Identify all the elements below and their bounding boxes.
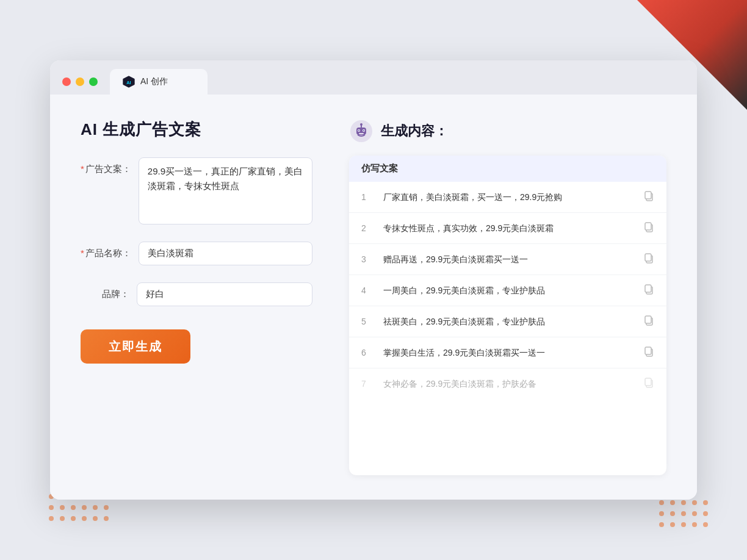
- result-title: 生成内容：: [381, 122, 448, 140]
- generate-button[interactable]: 立即生成: [81, 329, 190, 364]
- row-number: 2: [361, 223, 374, 233]
- table-row: 1厂家直销，美白淡斑霜，买一送一，29.9元抢购: [349, 182, 666, 213]
- brand-input[interactable]: [137, 282, 312, 306]
- result-header: 生成内容：: [349, 119, 666, 143]
- browser-chrome: AI AI 创作: [50, 60, 697, 95]
- svg-rect-16: [645, 254, 651, 261]
- ad-copy-required: *: [81, 163, 84, 174]
- right-panel: 生成内容： 仿写文案 1厂家直销，美白淡斑霜，买一送一，29.9元抢购2专抹女性…: [349, 119, 666, 475]
- copy-icon[interactable]: [643, 221, 654, 235]
- browser-window: AI AI 创作 AI 生成广告文案 *广告文案： 29.9买一送一，真正的厂家…: [50, 60, 697, 500]
- row-text: 一周美白，29.9元美白淡斑霜，专业护肤品: [383, 284, 633, 297]
- svg-point-9: [363, 130, 364, 131]
- svg-rect-20: [645, 316, 651, 323]
- table-row: 5祛斑美白，29.9元美白淡斑霜，专业护肤品: [349, 306, 666, 337]
- tab-title-text: AI 创作: [140, 76, 168, 87]
- svg-rect-22: [645, 347, 651, 354]
- svg-point-5: [360, 123, 363, 126]
- table-header: 仿写文案: [349, 156, 666, 182]
- svg-rect-12: [645, 192, 651, 199]
- svg-rect-24: [645, 378, 651, 386]
- brand-row: 品牌：: [81, 282, 312, 306]
- ad-copy-label: *广告文案：: [81, 157, 131, 175]
- ai-tab-icon: AI: [122, 75, 135, 88]
- svg-rect-10: [359, 133, 364, 134]
- brand-label: 品牌：: [81, 282, 129, 300]
- table-row: 3赠品再送，29.9元美白淡斑霜买一送一: [349, 244, 666, 275]
- svg-text:AI: AI: [126, 80, 131, 85]
- svg-rect-18: [645, 285, 651, 292]
- product-required: *: [81, 248, 84, 258]
- window-controls: [62, 77, 98, 86]
- product-name-input[interactable]: [139, 242, 312, 265]
- svg-rect-14: [645, 223, 651, 230]
- row-text: 掌握美白生活，29.9元美白淡斑霜买一送一: [383, 346, 633, 359]
- ad-copy-input[interactable]: 29.9买一送一，真正的厂家直销，美白淡斑霜，专抹女性斑点: [139, 157, 312, 224]
- table-row: 2专抹女性斑点，真实功效，29.9元美白淡斑霜: [349, 213, 666, 244]
- row-number: 5: [361, 317, 374, 326]
- row-number: 4: [361, 285, 374, 295]
- svg-point-8: [358, 130, 359, 131]
- page-title: AI 生成广告文案: [81, 119, 312, 140]
- copy-icon[interactable]: [643, 190, 654, 204]
- left-panel: AI 生成广告文案 *广告文案： 29.9买一送一，真正的厂家直销，美白淡斑霜，…: [81, 119, 312, 475]
- robot-icon: [349, 119, 374, 143]
- result-table: 仿写文案 1厂家直销，美白淡斑霜，买一送一，29.9元抢购2专抹女性斑点，真实功…: [349, 156, 666, 475]
- copy-icon[interactable]: [643, 377, 654, 390]
- browser-tab[interactable]: AI AI 创作: [110, 69, 208, 95]
- ad-copy-row: *广告文案： 29.9买一送一，真正的厂家直销，美白淡斑霜，专抹女性斑点: [81, 157, 312, 224]
- row-number: 1: [361, 192, 374, 202]
- copy-icon[interactable]: [643, 284, 654, 297]
- copy-icon[interactable]: [643, 253, 654, 266]
- row-number: 3: [361, 254, 374, 264]
- row-number: 6: [361, 348, 374, 357]
- maximize-button[interactable]: [89, 77, 98, 86]
- row-text: 赠品再送，29.9元美白淡斑霜买一送一: [383, 253, 633, 266]
- product-name-label: *产品名称：: [81, 242, 131, 259]
- table-row: 7女神必备，29.9元美白淡斑霜，护肤必备: [349, 368, 666, 399]
- row-text: 女神必备，29.9元美白淡斑霜，护肤必备: [383, 378, 633, 390]
- result-rows-container: 1厂家直销，美白淡斑霜，买一送一，29.9元抢购2专抹女性斑点，真实功效，29.…: [349, 182, 666, 399]
- table-row: 4一周美白，29.9元美白淡斑霜，专业护肤品: [349, 275, 666, 306]
- row-text: 专抹女性斑点，真实功效，29.9元美白淡斑霜: [383, 222, 633, 235]
- copy-icon[interactable]: [643, 346, 654, 359]
- row-text: 厂家直销，美白淡斑霜，买一送一，29.9元抢购: [383, 191, 633, 204]
- close-button[interactable]: [62, 77, 71, 86]
- copy-icon[interactable]: [643, 315, 654, 328]
- table-row: 6掌握美白生活，29.9元美白淡斑霜买一送一: [349, 337, 666, 368]
- row-number: 7: [361, 379, 374, 389]
- minimize-button[interactable]: [76, 77, 84, 86]
- product-name-row: *产品名称：: [81, 242, 312, 265]
- app-content: AI 生成广告文案 *广告文案： 29.9买一送一，真正的厂家直销，美白淡斑霜，…: [50, 95, 697, 500]
- bg-decoration-dots-right: [659, 500, 710, 529]
- row-text: 祛斑美白，29.9元美白淡斑霜，专业护肤品: [383, 315, 633, 328]
